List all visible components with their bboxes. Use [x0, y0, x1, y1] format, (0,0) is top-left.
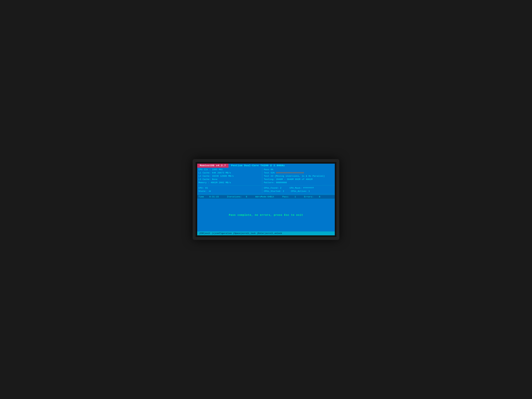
- pass-value: 1: [295, 196, 296, 198]
- info-row-1: CPU Clk : 1995 MHz Pass 0%: [198, 168, 334, 171]
- app-title-right: Pentium Dual-Core T4200 @ 2.00GHz: [228, 164, 287, 168]
- pass-pct: Pass 0%: [262, 168, 334, 171]
- l3-cache-label: L3 Cache: None: [198, 178, 262, 181]
- cpus-started: CPUs_Started: 2: [264, 190, 284, 192]
- info-row-2: L1 Cache: 64K 26673 MB/s Test 52% ######…: [198, 171, 334, 175]
- pass-complete-message: Pass complete, no errors, press Esc to e…: [229, 214, 303, 217]
- cpu-clk-label: CPU Clk : 1995 MHz: [198, 168, 262, 171]
- cpus-started-row: CPUs_Started: 2 CPUs_Active: 1: [262, 190, 334, 193]
- testing-label: Testing: 2048M - 3040M 992M of 4061M: [262, 178, 334, 181]
- pass-label: Pass:: [282, 196, 289, 198]
- status-bar: Time 0:31:15 Iterations: 6 AdrsMode:64Bi…: [197, 195, 335, 199]
- errors-label: Errors:: [304, 196, 314, 198]
- cpus-found: CPUs_Found: 2: [264, 187, 281, 189]
- test-pct-row: Test 52% ######################: [262, 171, 334, 175]
- cpu-mask: CPU_Mask: ffffffff: [290, 187, 314, 189]
- cpu-state: State: -W: [198, 190, 262, 193]
- cpu-row-2: State: -W CPUs_Started: 2 CPUs_Active: 1: [198, 190, 334, 193]
- l2-cache-label: L2 Cache: 1024K 12680 MB/s: [198, 175, 262, 178]
- cpu-row-1: CPU: 01 CPUs_Found: 2 CPU_Mask: ffffffff: [198, 186, 334, 190]
- main-area: Pass complete, no errors, press Esc to e…: [197, 199, 335, 231]
- title-bar: Memtest86 v4.3.7 Pentium Dual-Core T4200…: [197, 164, 335, 168]
- l1-cache-label: L1 Cache: 64K 26673 MB/s: [198, 171, 262, 175]
- screen: Memtest86 v4.3.7 Pentium Dual-Core T4200…: [197, 164, 335, 235]
- iterations-value: 6: [246, 196, 247, 198]
- cpu-id: CPU: 01: [198, 186, 262, 190]
- pattern-label: Pattern: 00000000: [262, 181, 334, 184]
- info-row-5: Memory : 4061M 2802 MB/s Pattern: 000000…: [198, 181, 334, 184]
- info-row-3: L2 Cache: 1024K 12680 MB/s Test #3 [Movi…: [198, 175, 334, 178]
- bottom-bar: (ESC)exit (c)configuration (Space)scroll…: [197, 231, 335, 235]
- test-pct-text: Test 52%: [264, 172, 275, 174]
- errors-value: 0: [319, 196, 320, 198]
- adrs-mode: AdrsMode:64Bit: [255, 196, 274, 198]
- app-title-left: Memtest86 v4.3.7: [197, 164, 228, 168]
- memory-label: Memory : 4061M 2802 MB/s: [198, 181, 262, 184]
- time-value: 0:31:15: [209, 196, 219, 198]
- hash-marks: ######################: [276, 172, 304, 174]
- cpu-section: CPU: 01 CPUs_Found: 2 CPU_Mask: ffffffff…: [197, 186, 335, 193]
- divider-2: [197, 194, 335, 194]
- iterations-label: Iterations:: [227, 196, 242, 198]
- info-section: CPU Clk : 1995 MHz Pass 0% L1 Cache: 64K…: [197, 168, 335, 185]
- info-row-4: L3 Cache: None Testing: 2048M - 3040M 99…: [198, 178, 334, 181]
- cpus-found-row: CPUs_Found: 2 CPU_Mask: ffffffff: [262, 186, 334, 190]
- monitor-frame: Memtest86 v4.3.7 Pentium Dual-Core T4200…: [193, 159, 339, 240]
- time-label: Time: [198, 196, 204, 198]
- test-num-label: Test #3 [Moving inversions, 1s & 0s Para…: [262, 175, 334, 178]
- cpus-active: CPUs_Active: 1: [291, 190, 310, 192]
